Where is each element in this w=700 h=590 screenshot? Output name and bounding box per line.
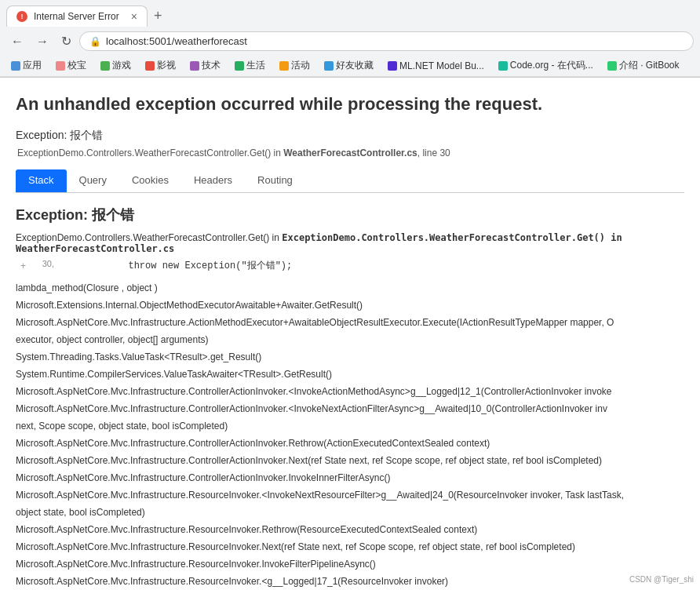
refresh-button[interactable]: ↻	[57, 31, 76, 52]
bookmark-apps[interactable]: 应用	[6, 57, 46, 74]
tab-stack[interactable]: Stack	[16, 169, 67, 192]
page-content: An unhandled exception occurred while pr…	[0, 78, 700, 590]
tab-favicon: !	[16, 11, 27, 22]
stack-line-2: Microsoft.AspNetCore.Mvc.Infrastructure.…	[16, 314, 684, 331]
stack-line-10: Microsoft.AspNetCore.Mvc.Infrastructure.…	[16, 452, 684, 469]
stack-line-12: Microsoft.AspNetCore.Mvc.Infrastructure.…	[16, 486, 684, 504]
bookmark-tech[interactable]: 技术	[185, 57, 225, 74]
bookmark-label: 校宝	[67, 59, 86, 72]
bookmark-label: 应用	[23, 59, 42, 72]
stack-line-6: Microsoft.AspNetCore.Mvc.Infrastructure.…	[16, 383, 684, 400]
tech-icon	[190, 61, 199, 71]
tab-routing[interactable]: Routing	[245, 169, 305, 192]
browser-chrome: ! Internal Server Error × + ← → ↻ 🔒 loca…	[0, 0, 700, 78]
stack-line-11: Microsoft.AspNetCore.Mvc.Infrastructure.…	[16, 469, 684, 486]
exception-file: WeatherForecastController.cs	[283, 148, 417, 158]
stack-line-14: Microsoft.AspNetCore.Mvc.Infrastructure.…	[16, 521, 684, 538]
stack-line-1: Microsoft.Extensions.Internal.ObjectMeth…	[16, 297, 684, 314]
bookmark-label: Code.org - 在代码...	[510, 59, 593, 72]
new-tab-button[interactable]: +	[148, 5, 169, 27]
back-button[interactable]: ←	[6, 31, 28, 52]
bookmark-activity[interactable]: 活动	[275, 57, 315, 74]
exception-value: 报个错	[70, 129, 103, 141]
section-heading: Exception: 报个错	[16, 206, 684, 224]
code-line-text: throw new Exception("报个错");	[60, 259, 292, 272]
code-line-container: + 30, throw new Exception("报个错");	[16, 259, 684, 273]
address-text: localhost:5001/weatherforecast	[106, 35, 247, 47]
bookmark-games[interactable]: 游戏	[96, 57, 136, 74]
stack-line-8: next, Scope scope, object state, bool is…	[16, 417, 684, 435]
tab-bar: ! Internal Server Error × +	[0, 0, 700, 27]
apps-icon	[11, 61, 20, 71]
exception-line: Exception: 报个错	[16, 129, 684, 143]
favorites-icon	[324, 61, 334, 71]
address-bar[interactable]: 🔒 localhost:5001/weatherforecast	[79, 31, 694, 51]
bookmark-gitbook[interactable]: 介绍 · GitBook	[603, 57, 684, 74]
mlnet-icon	[388, 61, 397, 71]
bookmarks-bar: 应用 校宝 游戏 影视 技术 生活 活动 好友收藏	[0, 55, 700, 77]
stack-line-9: Microsoft.AspNetCore.Mvc.Infrastructure.…	[16, 435, 684, 452]
bookmark-label: ML.NET Model Bu...	[399, 60, 484, 71]
bookmark-life[interactable]: 生活	[230, 57, 270, 74]
browser-tab[interactable]: ! Internal Server Error ×	[6, 5, 148, 27]
tab-query[interactable]: Query	[67, 169, 119, 192]
bookmark-xiaobao[interactable]: 校宝	[51, 57, 91, 74]
bookmark-label: 影视	[157, 59, 176, 72]
stack-line-0: lambda_method(Closure , object )	[16, 279, 684, 297]
tab-close-button[interactable]: ×	[131, 10, 137, 23]
xiaobao-icon	[56, 61, 65, 71]
stack-line-13: object state, bool isCompleted)	[16, 504, 684, 521]
exception-block: Exception: 报个错 ExceptionDemo.Controllers…	[16, 206, 684, 590]
main-error-heading: An unhandled exception occurred while pr…	[16, 93, 684, 116]
codeorg-icon	[498, 61, 508, 71]
video-icon	[145, 61, 155, 71]
stack-line-4: System.Threading.Tasks.ValueTask<TResult…	[16, 348, 684, 366]
bookmark-mlnet[interactable]: ML.NET Model Bu...	[383, 59, 489, 73]
stack-trace: lambda_method(Closure , object ) Microso…	[16, 279, 684, 590]
stack-line-16: Microsoft.AspNetCore.Mvc.Infrastructure.…	[16, 555, 684, 573]
stack-line-7: Microsoft.AspNetCore.Mvc.Infrastructure.…	[16, 400, 684, 417]
bookmark-label: 活动	[291, 59, 310, 72]
bookmark-favorites[interactable]: 好友收藏	[319, 57, 378, 74]
exception-location: ExceptionDemo.Controllers.WeatherForecas…	[16, 148, 684, 158]
bookmark-label: 技术	[202, 59, 221, 72]
stack-line-3: executor, object controller, object[] ar…	[16, 331, 684, 348]
code-file: ExceptionDemo.Controllers.WeatherForecas…	[16, 232, 622, 254]
code-throw: throw new Exception("报个错");	[128, 260, 292, 271]
stack-line-5: System.Runtime.CompilerServices.ValueTas…	[16, 366, 684, 383]
exception-detail-location: ExceptionDemo.Controllers.WeatherForecas…	[16, 232, 684, 254]
life-icon	[235, 61, 244, 71]
tab-cookies[interactable]: Cookies	[119, 169, 181, 192]
exception-label: Exception:	[16, 129, 67, 141]
bookmark-video[interactable]: 影视	[140, 57, 180, 74]
tab-headers[interactable]: Headers	[181, 169, 245, 192]
stack-line-15: Microsoft.AspNetCore.Mvc.Infrastructure.…	[16, 538, 684, 555]
nav-bar: ← → ↻ 🔒 localhost:5001/weatherforecast	[0, 27, 700, 55]
bookmark-label: 游戏	[112, 59, 131, 72]
lock-icon: 🔒	[89, 36, 101, 47]
bookmark-label: 好友收藏	[336, 59, 374, 72]
bookmark-codeorg[interactable]: Code.org - 在代码...	[494, 57, 598, 74]
gitbook-icon	[607, 61, 617, 71]
tab-title: Internal Server Error	[34, 11, 119, 22]
stack-line-17: Microsoft.AspNetCore.Mvc.Infrastructure.…	[16, 573, 684, 590]
watermark: CSDN @Tiger_shi	[629, 575, 694, 584]
bookmark-label: 生活	[246, 59, 265, 72]
games-icon	[100, 61, 110, 71]
forward-button[interactable]: →	[31, 31, 53, 52]
bookmark-label: 介绍 · GitBook	[619, 59, 680, 72]
tab-navigation: Stack Query Cookies Headers Routing	[16, 169, 684, 193]
activity-icon	[279, 61, 289, 71]
code-expand-button[interactable]: +	[16, 259, 31, 273]
code-line-number: 30,	[31, 259, 54, 268]
